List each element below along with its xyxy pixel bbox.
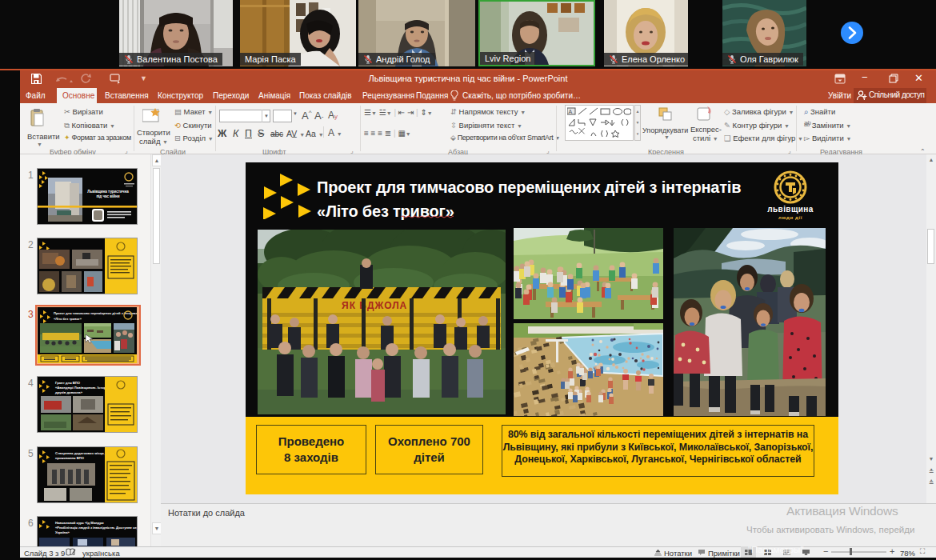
svg-text:люди дії: люди дії xyxy=(778,215,802,220)
svg-text:львівщина: львівщина xyxy=(767,205,813,214)
svg-text:Україна»: Україна» xyxy=(55,530,70,534)
svg-text:«Реабілітація людей з інвалідн: «Реабілітація людей з інвалідністю. Дост… xyxy=(55,526,137,530)
svg-text:Навчальний курс «Ід Мандри: Навчальний курс «Ід Мандри xyxy=(55,521,104,525)
svg-text:Створення додаткових місць для: Створення додаткових місць для xyxy=(55,451,111,455)
svg-text:A: A xyxy=(569,109,573,114)
svg-text:ЯК БДЖОЛА: ЯК БДЖОЛА xyxy=(342,300,407,311)
svg-text:проживання ВПО: проживання ВПО xyxy=(55,456,85,460)
svg-text:Львівщина туристична: Львівщина туристична xyxy=(87,190,129,194)
svg-text:під час війни: під час війни xyxy=(96,194,119,198)
svg-text:Грант для ВПО: Грант для ВПО xyxy=(55,381,81,385)
svg-text:«Авандюрі Львівщиною. Історія: «Авандюрі Львівщиною. Історія xyxy=(55,386,110,390)
svg-text:друзів довкола»: друзів довкола» xyxy=(55,390,83,394)
svg-text:«Літо без тривог»: «Літо без тривог» xyxy=(54,317,82,321)
